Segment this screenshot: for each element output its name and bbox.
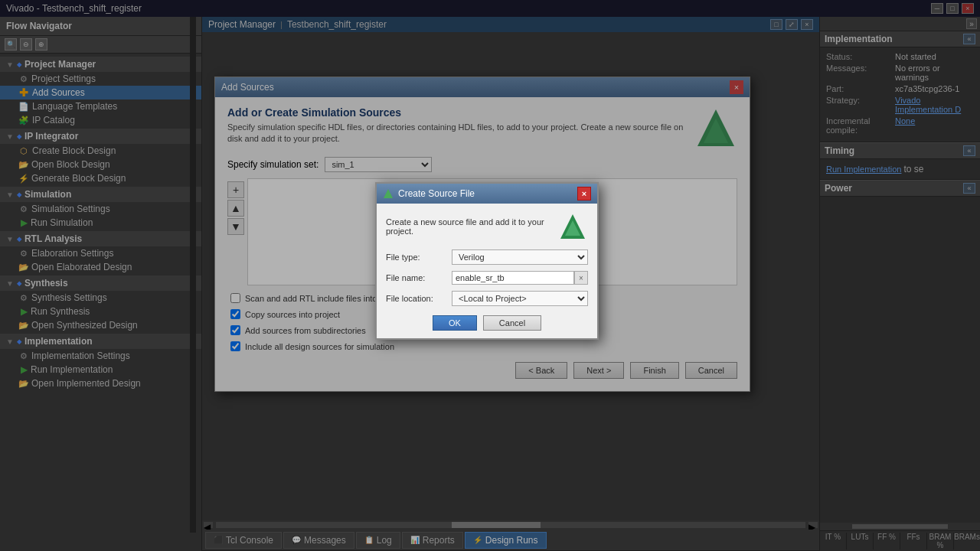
modal-body: Create a new source file and add it to y…: [377, 204, 597, 338]
modal-logo: [557, 211, 588, 242]
modal-title: Create Source File: [398, 188, 475, 199]
modal-ok-btn[interactable]: OK: [433, 315, 477, 331]
file-type-row: File type: Verilog: [386, 249, 588, 265]
svg-marker-2: [384, 189, 393, 198]
file-location-select[interactable]: <Local to Project>: [452, 291, 588, 306]
create-source-modal: Create Source File × Create a new source…: [375, 182, 599, 340]
file-name-clear-btn[interactable]: ×: [574, 271, 588, 285]
file-location-row: File location: <Local to Project>: [386, 291, 588, 306]
modal-title-group: Create Source File: [383, 188, 475, 199]
modal-header-row: Create a new source file and add it to y…: [386, 211, 588, 242]
file-location-label: File location:: [386, 294, 447, 303]
modal-cancel-btn[interactable]: Cancel: [483, 315, 541, 331]
modal-footer: OK Cancel: [386, 315, 588, 331]
file-type-label: File type:: [386, 253, 447, 262]
modal-desc: Create a new source file and add it to y…: [386, 217, 551, 236]
file-type-select[interactable]: Verilog: [452, 249, 588, 265]
modal-close-btn[interactable]: ×: [577, 187, 591, 201]
modal-logo-icon: [383, 188, 394, 199]
file-name-input[interactable]: [452, 271, 574, 285]
file-name-input-group: ×: [452, 271, 588, 285]
modal-title-bar: Create Source File ×: [377, 184, 597, 204]
file-name-row: File name: ×: [386, 271, 588, 285]
file-name-label: File name:: [386, 273, 447, 282]
